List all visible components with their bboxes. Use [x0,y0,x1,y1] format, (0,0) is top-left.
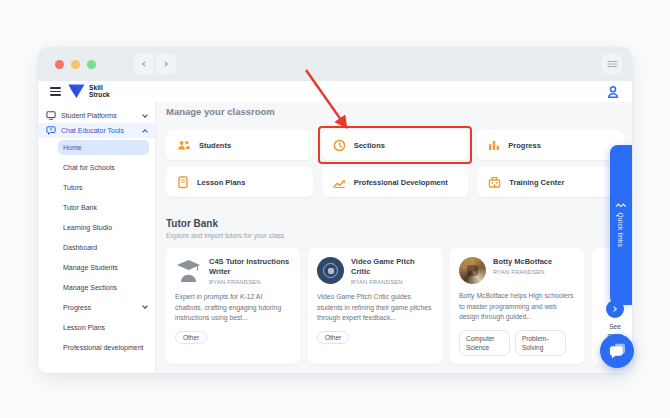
sidebar-item-label: Dashboard [63,244,155,251]
collapse-chevrons-icon [617,203,625,209]
tutor-author: RYAN FRANDSEN [493,269,552,275]
browser-menu-icon[interactable] [602,54,622,74]
logo-triangle-icon [68,84,85,99]
tutor-card[interactable]: Botty McBotface RYAN FRANDSEN Botty McBo… [450,248,584,364]
sidebar-item-home[interactable]: Home [58,140,149,155]
tutor-tag: Computer Science [459,330,510,357]
tutor-author: RYAN FRANDSEN [209,279,291,285]
hamburger-menu-icon[interactable] [50,87,61,96]
back-button[interactable] [134,54,154,74]
sidebar-item-label: Progress [63,304,143,311]
chevron-up-icon [142,129,148,135]
tutor-card[interactable]: Video Game Pitch Critic RYAN FRANDSEN Vi… [308,248,442,364]
tutor-title: Botty McBotface [493,257,552,267]
sidebar-item-manage-students[interactable]: Manage Students [38,257,155,277]
graduate-avatar-icon [175,257,202,284]
sidebar-item-label: Learning Studio [63,224,155,231]
robot-avatar [459,257,486,284]
sidebar-item-label: Manage Students [63,264,155,271]
card-label: Lesson Plans [197,178,245,187]
book-icon [177,176,189,189]
tutor-tag: Other [175,331,207,344]
professional-development-card[interactable]: Professional Development [322,167,469,197]
students-card[interactable]: Students [166,130,313,160]
sidebar-item-professional-development[interactable]: Professional development [38,337,155,357]
tutor-bank-subheading: Explore and import tutors for your class [166,232,624,239]
tutor-tag: Problem-Solving [515,330,566,357]
clock-icon [333,139,346,152]
tutor-description: Expert in prompts for K-12 AI chatbots, … [175,292,291,324]
sidebar-item-label: Lesson Plans [63,324,155,331]
maximize-window-button[interactable] [87,60,96,69]
classroom-cards: Students Sections Progre [166,130,624,197]
sidebar-item-manage-sections[interactable]: Manage Sections [38,277,155,297]
section-heading: Manage your classroom [166,106,624,117]
tutor-author: RYAN FRANDSEN [351,279,433,285]
building-icon [488,176,501,188]
chat-widget-button[interactable] [600,334,634,368]
quick-links-label: Quick links [618,212,625,247]
close-window-button[interactable] [55,60,64,69]
card-label: Professional Development [354,178,448,187]
tutor-title: Video Game Pitch Critic [351,257,433,277]
monitor-icon [46,111,56,120]
sidebar-item-label: Chat Educator Tools [61,127,138,134]
tutor-cards-row: C4S Tutor Instructions Writer RYAN FRAND… [166,248,624,364]
sidebar: Student Platforms Chat Educator Tools Ho… [38,102,156,373]
emblem-avatar [317,257,344,284]
browser-chrome [38,47,632,81]
tutor-title: C4S Tutor Instructions Writer [209,257,291,277]
sidebar-item-lesson-plans[interactable]: Lesson Plans [38,317,155,337]
sidebar-item-chat-for-schools[interactable]: Chat for Schools [38,157,155,177]
tutor-card[interactable]: C4S Tutor Instructions Writer RYAN FRAND… [166,248,300,364]
lesson-plans-card[interactable]: Lesson Plans [166,167,313,197]
students-icon [177,140,191,151]
sidebar-item-tutor-bank[interactable]: Tutor Bank [38,197,155,217]
chat-tools-icon [46,126,56,135]
quick-links-tab[interactable]: Quick links [610,145,632,305]
browser-window: SkillStruck Student Platforms [38,47,632,373]
sidebar-item-label: Student Platforms [61,112,138,119]
tutor-tag: Other [317,331,349,344]
sidebar-item-progress[interactable]: Progress [38,297,155,317]
chat-bubble-icon [609,343,626,359]
tutor-description: Video Game Pitch Critic guides students … [317,292,433,324]
minimize-window-button[interactable] [71,60,80,69]
main-content: Manage your classroom Students [156,102,632,373]
sidebar-item-learning-studio[interactable]: Learning Studio [38,217,155,237]
sidebar-item-label: Manage Sections [63,284,155,291]
card-label: Progress [508,141,541,150]
app-header: SkillStruck [38,81,632,102]
sections-card[interactable]: Sections [322,130,469,160]
forward-button[interactable] [156,54,176,74]
tutor-description: Botty McBotface helps High schoolers to … [459,291,575,323]
sidebar-item-chat-educator-tools[interactable]: Chat Educator Tools [38,123,155,138]
sidebar-item-dashboard[interactable]: Dashboard [38,237,155,257]
sidebar-item-student-platforms[interactable]: Student Platforms [38,108,155,123]
card-label: Sections [354,141,385,150]
sidebar-item-tutors[interactable]: Tutors [38,177,155,197]
tutor-bank-heading: Tutor Bank [166,218,624,229]
sidebar-item-label: Professional development [63,344,155,351]
card-label: Training Center [509,178,564,187]
card-label: Students [199,141,231,150]
progress-card[interactable]: Progress [477,130,624,160]
trend-up-icon [333,177,346,188]
window-controls [55,60,96,69]
sidebar-item-label: Tutor Bank [63,204,155,211]
training-center-card[interactable]: Training Center [477,167,624,197]
sidebar-item-label: Tutors [63,184,155,191]
sidebar-item-label: Home [63,144,82,151]
chevron-down-icon [142,303,148,309]
brand-name: SkillStruck [89,85,110,97]
user-account-icon[interactable] [606,85,620,99]
sidebar-item-label: Chat for Schools [63,164,155,171]
skill-struck-logo: SkillStruck [68,84,110,99]
chevron-down-icon [142,112,148,118]
bar-chart-icon [488,139,500,151]
